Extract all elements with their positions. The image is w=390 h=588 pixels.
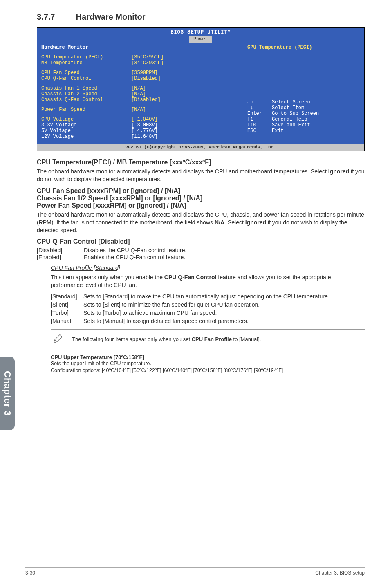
bios-setting-value: [N/A] [131, 107, 146, 112]
paragraph-upper-temp-1: Sets the upper limit of the CPU temperat… [51, 360, 365, 367]
bios-help-key: ESC [247, 128, 272, 134]
bios-setting-row[interactable]: 3.3V Voltage[ 3.008V] [41, 122, 239, 128]
bios-setting-value: [ 1.040V] [131, 117, 158, 122]
option-desc: Sets to [Standard] to make the CPU fan a… [83, 293, 365, 300]
option-desc: Disables the CPU Q-Fan control feature. [84, 247, 186, 254]
heading-chassis-fan-speed: Chassis Fan 1/2 Speed [xxxxRPM] or [Igno… [37, 195, 365, 202]
bios-setting-row[interactable]: MB Temperature[34°C/93°F] [41, 60, 239, 66]
bios-setting-label: Chassis Q-Fan Control [41, 97, 131, 103]
option-row: [Standard]Sets to [Standard] to make the… [51, 293, 365, 300]
heading-cpu-temperature: CPU Temperature(PECI) / MB Temperature [… [37, 159, 365, 166]
bios-setting-row[interactable]: CPU Voltage[ 1.040V] [41, 117, 239, 122]
qfan-option-list: [Disabled]Disables the CPU Q-Fan control… [37, 247, 365, 260]
chapter-sidebar-tab: Chapter 3 [0, 357, 15, 430]
subheading-cpu-upper-temperature: CPU Upper Temperature [70ºC/158ºF] [51, 354, 365, 360]
bios-settings-list: CPU Temperature(PECI)[35°C/95°F]MB Tempe… [37, 52, 243, 144]
bios-setting-label: 5V Voltage [41, 128, 131, 134]
bios-help-keys: ←→Select Screen↑↓Select ItemEnterGo to S… [243, 97, 364, 136]
bios-setting-label: CPU Temperature(PECI) [41, 54, 131, 60]
option-desc: Enables the CPU Q-Fan control feature. [84, 254, 185, 260]
option-key: [Silent] [51, 301, 83, 308]
option-row: [Manual]Sets to [Manual] to assign detai… [51, 318, 365, 324]
heading-cpu-qfan-control: CPU Q-Fan Control [Disabled] [37, 238, 365, 245]
option-key: [Manual] [51, 318, 83, 324]
bios-help-desc: Exit [272, 128, 284, 134]
footer-chapter-title: Chapter 3: BIOS setup [315, 570, 365, 576]
bios-setting-row[interactable]: CPU Fan Speed[3590RPM] [41, 70, 239, 76]
paragraph-cpu-fan-profile: This item appears only when you enable t… [51, 274, 365, 289]
bios-setting-row[interactable]: 12V Voltage[11.648V] [41, 134, 239, 139]
subheading-cpu-fan-profile: CPU Fan Profile [Standard] [51, 265, 365, 271]
option-row: [Turbo]Sets to [Turbo] to achieve maximu… [51, 310, 365, 316]
paragraph-upper-temp-2: Configuration options: [40ºC/104ºF] [50º… [51, 367, 365, 374]
bios-help-row: ESCExit [247, 128, 360, 134]
bios-setting-label: Chassis Fan 1 Speed [41, 85, 131, 91]
bios-setting-label: MB Temperature [41, 60, 131, 66]
bios-help-row: F10Save and Exit [247, 122, 360, 128]
bios-setting-label: CPU Q-Fan Control [41, 76, 131, 81]
bios-help-key: F1 [247, 117, 272, 122]
page-footer: 3-30 Chapter 3: BIOS setup [25, 567, 365, 576]
bios-help-row: ←→Select Screen [247, 99, 360, 105]
heading-power-fan-speed: Power Fan Speed [xxxxRPM] or [Ignored] /… [37, 202, 365, 209]
bios-setting-value: [34°C/93°F] [131, 60, 164, 66]
bios-setting-row[interactable]: Chassis Q-Fan Control[Disabled] [41, 97, 239, 103]
bios-panel: BIOS SETUP UTILITY Power Hardware Monito… [37, 27, 365, 151]
option-key: [Disabled] [37, 247, 84, 254]
bios-setting-value: [N/A] [131, 85, 146, 91]
bios-panel-right-header: CPU Temperature (PECI) [243, 43, 364, 52]
bios-setting-label: Power Fan Speed [41, 107, 131, 112]
bios-title: BIOS SETUP UTILITY [37, 28, 364, 36]
bios-setting-label: 12V Voltage [41, 134, 131, 139]
bios-help-desc: Select Item [272, 105, 304, 111]
bios-help-row: ↑↓Select Item [247, 105, 360, 111]
bios-footer: v02.61 (C)Copyright 1985-2009, American … [37, 144, 364, 151]
bios-setting-value: [35°C/95°F] [131, 54, 164, 60]
bios-setting-value: [ 3.008V] [131, 122, 158, 128]
bios-setting-label: Chassis Fan 2 Speed [41, 91, 131, 97]
bios-help-row: EnterGo to Sub Screen [247, 111, 360, 117]
note-text: The following four items appear only whe… [72, 336, 261, 342]
paragraph-fan-speed: The onboard hardware monitor automatical… [37, 211, 365, 234]
bios-setting-row[interactable]: Chassis Fan 2 Speed[N/A] [41, 91, 239, 97]
option-key: [Turbo] [51, 310, 83, 316]
option-desc: Sets to [Manual] to assign detailed fan … [83, 318, 365, 324]
section-number: 3.7.7 [37, 12, 74, 22]
footer-page-number: 3-30 [25, 570, 35, 576]
bios-help-key: Enter [247, 111, 272, 117]
pencil-icon [52, 333, 64, 346]
paragraph-cpu-temperature: The onboard hardware monitor automatical… [37, 168, 365, 183]
bios-panel-left-header: Hardware Monitor [37, 43, 243, 52]
bios-setting-row[interactable]: Chassis Fan 1 Speed[N/A] [41, 85, 239, 91]
bios-setting-value: [11.648V] [131, 134, 158, 139]
section-title-text: Hardware Monitor [76, 12, 146, 21]
bios-setting-row[interactable]: CPU Q-Fan Control[Disabled] [41, 76, 239, 81]
bios-help-key: F10 [247, 122, 272, 128]
bios-help-key: ↑↓ [247, 105, 272, 111]
bios-setting-value: [Disabled] [131, 97, 161, 103]
bios-setting-row[interactable]: Power Fan Speed[N/A] [41, 107, 239, 112]
bios-help-key: ←→ [247, 99, 272, 105]
bios-setting-value: [Disabled] [131, 76, 161, 81]
chapter-sidebar-label: Chapter 3 [2, 371, 13, 416]
bios-active-tab: Power [37, 36, 364, 42]
bios-setting-label: CPU Fan Speed [41, 70, 131, 76]
option-key: [Standard] [51, 293, 83, 300]
option-desc: Sets to [Turbo] to achieve maximum CPU f… [83, 310, 365, 316]
bios-setting-row[interactable]: CPU Temperature(PECI)[35°C/95°F] [41, 54, 239, 60]
profile-option-list: [Standard]Sets to [Standard] to make the… [51, 293, 365, 324]
bios-setting-value: [N/A] [131, 91, 146, 97]
bios-help-desc: General Help [272, 117, 307, 122]
bios-setting-row[interactable]: 5V Voltage[ 4.776V] [41, 128, 239, 134]
heading-cpu-fan-speed: CPU Fan Speed [xxxxRPM] or [Ignored] / [… [37, 187, 365, 195]
bios-setting-value: [3590RPM] [131, 70, 158, 76]
bios-setting-value: [ 4.776V] [131, 128, 158, 134]
option-row: [Silent]Sets to [Silent] to minimize the… [51, 301, 365, 308]
option-desc: Sets to [Silent] to minimize the fan spe… [83, 301, 365, 308]
bios-help-row: F1General Help [247, 117, 360, 122]
option-row: [Disabled]Disables the CPU Q-Fan control… [37, 247, 365, 254]
option-row: [Enabled]Enables the CPU Q-Fan control f… [37, 254, 365, 260]
bios-help-desc: Select Screen [272, 99, 310, 105]
bios-help-desc: Go to Sub Screen [272, 111, 319, 117]
bios-help-desc: Save and Exit [272, 122, 310, 128]
